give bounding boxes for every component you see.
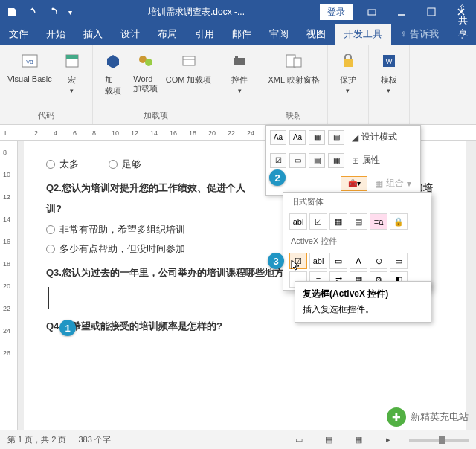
legacy-textfield-icon[interactable]: abl [289, 213, 307, 230]
svg-rect-13 [235, 56, 238, 59]
addins-button[interactable]: 加 载项 [97, 48, 129, 98]
svg-rect-7 [66, 55, 78, 59]
page-status[interactable]: 第 1 页，共 2 页 [7, 434, 66, 445]
window-title: 培训需求调查表.docx -... [77, 6, 315, 19]
save-icon[interactable] [1, 1, 22, 22]
login-button[interactable]: 登录 [320, 4, 353, 20]
svg-rect-10 [183, 56, 195, 65]
quick-access-toolbar: ▾ [0, 1, 77, 22]
tab-mail[interactable]: 邮件 [223, 24, 260, 45]
maximize-icon[interactable] [416, 0, 446, 24]
dropdown-control-icon[interactable]: ▤ [309, 153, 325, 168]
legacy-checkbox-icon[interactable]: ☑ [309, 213, 327, 230]
word-addins-button[interactable]: Word 加载项 [130, 48, 161, 96]
macro-record-icon[interactable]: ▸ [379, 433, 397, 448]
activex-label-icon[interactable]: A [350, 253, 367, 269]
group-code-label: 代码 [38, 109, 54, 123]
option-label: 多少有点帮助，但没时间参加 [60, 242, 185, 256]
vb-label: Visual Basic [7, 74, 52, 83]
svg-text:VB: VB [26, 59, 33, 65]
tab-insert[interactable]: 插入 [74, 24, 112, 45]
tab-review[interactable]: 审阅 [260, 24, 298, 45]
activex-option-icon[interactable]: ⊙ [370, 253, 387, 269]
svg-rect-15 [294, 58, 301, 67]
plaintext-control-icon[interactable]: Aa [289, 130, 306, 145]
wechat-logo-icon: ✚ [387, 407, 406, 427]
group-mapping-label: 映射 [286, 109, 302, 123]
xml-mapping-button[interactable]: XML 映射窗格 [265, 48, 322, 87]
visual-basic-button[interactable]: VBVisual Basic [4, 48, 55, 85]
building-block-icon[interactable]: ▤ [328, 130, 344, 145]
tab-home[interactable]: 开始 [37, 24, 74, 45]
radio-option[interactable]: 太多 [46, 158, 79, 171]
qat-more-icon[interactable]: ▾ [64, 1, 76, 22]
activex-textbox-icon[interactable]: abl [309, 253, 327, 269]
tab-tellme[interactable]: ♀ 告诉我 [391, 24, 448, 45]
ribbon-group-addins: 加 载项 Word 加载项 COM 加载项 加载项 [93, 45, 220, 124]
option-label: 太多 [60, 158, 79, 171]
svg-rect-1 [368, 10, 376, 15]
richtext-control-icon[interactable]: Aa [270, 130, 286, 145]
word-count[interactable]: 383 个字 [78, 434, 110, 445]
svg-rect-3 [428, 8, 435, 16]
vertical-ruler[interactable]: 8 10 12 14 16 18 20 22 24 26 [0, 141, 18, 430]
radio-option[interactable]: 多少有点帮助，但没时间参加 [46, 242, 185, 256]
tab-developer[interactable]: 开发工具 [335, 24, 391, 45]
svg-point-9 [145, 59, 152, 66]
minimize-icon[interactable] [387, 0, 416, 24]
zoom-slider[interactable] [409, 439, 469, 442]
design-mode-label: 设计模式 [361, 131, 397, 143]
legacy-frame-icon[interactable]: ▤ [350, 213, 367, 230]
tab-tellme-label: 告诉我 [410, 28, 439, 39]
read-mode-icon[interactable]: ▭ [290, 433, 308, 448]
print-layout-icon[interactable]: ▤ [320, 433, 338, 448]
radio-icon [46, 245, 55, 253]
legacy-shading-icon[interactable]: ≡a [370, 213, 387, 230]
tooltip: 复选框(ActiveX 控件) 插入复选框控件。 [295, 281, 431, 323]
templates-button[interactable]: W模板▾ [373, 48, 405, 96]
cursor-icon [290, 259, 302, 271]
tab-design[interactable]: 设计 [112, 24, 149, 45]
picture-control-icon[interactable]: ▦ [309, 130, 325, 145]
legacy-reset-icon[interactable]: 🔒 [390, 213, 408, 230]
ribbon-group-controls: 控件▾ [219, 45, 260, 124]
ribbon-display-icon[interactable] [357, 0, 387, 24]
word-addins-label: Word 加载项 [133, 74, 158, 94]
status-bar: 第 1 页，共 2 页 383 个字 ▭ ▤ ▦ ▸ [0, 430, 476, 449]
ribbon-group-code: VBVisual Basic 宏▾ 代码 [0, 45, 93, 124]
radio-option[interactable]: 足够 [109, 158, 141, 171]
activex-button-icon[interactable]: ▭ [329, 253, 347, 269]
undo-icon[interactable] [22, 1, 43, 22]
tab-view[interactable]: 视图 [298, 24, 335, 45]
share-label: 共享 [458, 15, 468, 39]
combobox-control-icon[interactable]: ▭ [289, 153, 306, 168]
protect-button[interactable]: 保护▾ [332, 48, 364, 96]
datepicker-control-icon[interactable]: ▦ [328, 153, 344, 168]
option-label: 非常有帮助，希望多组织培训 [60, 223, 185, 236]
radio-option[interactable]: 非常有帮助，希望多组织培训 [46, 223, 185, 236]
tooltip-desc: 插入复选框控件。 [303, 303, 423, 316]
callout-3: 3 [268, 253, 284, 269]
legacy-tools-dropdown[interactable]: 🧰▾ [341, 176, 367, 191]
web-layout-icon[interactable]: ▦ [350, 433, 367, 448]
controls-button[interactable]: 控件▾ [224, 48, 255, 96]
tab-references[interactable]: 引用 [186, 24, 223, 45]
com-addins-label: COM 加载项 [166, 74, 212, 85]
legacy-dropdown-icon[interactable]: ▦ [329, 213, 347, 230]
com-addins-button[interactable]: COM 加载项 [163, 48, 215, 87]
radio-icon [46, 225, 55, 234]
share-button[interactable]: ⇪ 共享 [448, 0, 476, 45]
properties-button[interactable]: ⊞ 属性 [347, 152, 385, 169]
tab-layout[interactable]: 布局 [149, 24, 186, 45]
macros-button[interactable]: 宏▾ [57, 48, 88, 96]
activex-image-icon[interactable]: ▭ [390, 253, 408, 269]
macros-label: 宏 [68, 74, 76, 85]
controls-gallery-pane: Aa Aa ▦ ▤ ◢ 设计模式 ☑ ▭ ▤ ▦ ⊞ 属性 🧰▾ ▦ 组合 ▾ [265, 125, 421, 196]
legacy-tools-dropdown-menu: 旧式窗体 abl ☑ ▦ ▤ ≡a 🔒 ActiveX 控件 ☑ abl ▭ A… [283, 192, 431, 291]
ribbon-group-templates: W模板▾ [369, 45, 410, 124]
checkbox-control-icon[interactable]: ☑ [270, 153, 286, 168]
redo-icon[interactable] [43, 1, 64, 22]
svg-text:W: W [385, 58, 392, 65]
tab-file[interactable]: 文件 [0, 24, 37, 45]
design-mode-button[interactable]: ◢ 设计模式 [347, 129, 402, 146]
